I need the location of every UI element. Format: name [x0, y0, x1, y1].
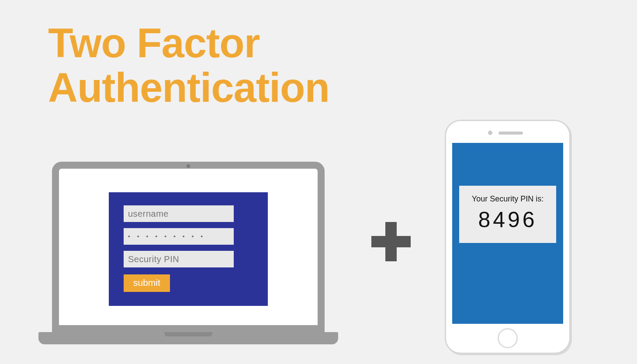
- pin-notification-card: Your Security PIN is: 8496: [459, 186, 556, 243]
- phone-illustration: Your Security PIN is: 8496: [445, 120, 571, 354]
- phone-speaker-icon: [499, 132, 523, 135]
- username-input[interactable]: [124, 205, 234, 222]
- login-form-panel: submit: [109, 192, 268, 306]
- plus-icon: [371, 222, 411, 261]
- password-input[interactable]: [124, 228, 234, 245]
- submit-button[interactable]: submit: [124, 274, 170, 292]
- security-pin-input[interactable]: [124, 251, 234, 267]
- laptop-illustration: submit: [38, 162, 338, 344]
- phone-camera-icon: [488, 131, 492, 135]
- laptop-base: [38, 332, 338, 344]
- pin-value: 8496: [464, 207, 552, 232]
- laptop-screen: submit: [52, 162, 325, 332]
- phone-home-button-icon: [498, 328, 518, 348]
- pin-label: Your Security PIN is:: [464, 194, 552, 204]
- laptop-camera-icon: [187, 164, 190, 168]
- phone-screen: Your Security PIN is: 8496: [452, 143, 563, 324]
- page-title: Two Factor Authentication: [48, 21, 329, 110]
- title-line-1: Two Factor: [48, 21, 329, 66]
- title-line-2: Authentication: [48, 66, 329, 110]
- laptop-hinge-notch: [164, 332, 212, 336]
